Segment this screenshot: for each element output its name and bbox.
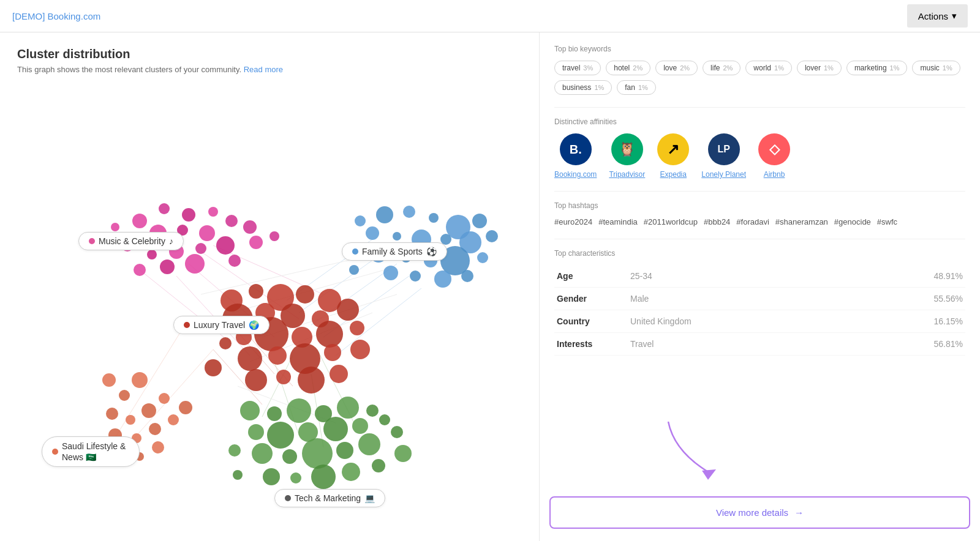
affinity-label-expedia[interactable]: Expedia <box>660 170 687 179</box>
svg-point-130 <box>394 445 412 462</box>
keyword-pct: 2% <box>633 64 643 72</box>
svg-point-110 <box>287 398 311 423</box>
svg-point-80 <box>316 321 343 348</box>
keyword-tag: lover1% <box>797 61 842 75</box>
svg-point-89 <box>276 370 291 384</box>
svg-point-87 <box>350 340 370 359</box>
svg-point-92 <box>205 359 222 376</box>
hashtags-title: Top hashtags <box>554 201 965 210</box>
keyword-label: love <box>663 64 677 72</box>
keyword-tag: hotel2% <box>606 61 650 75</box>
char-value: 25-34 <box>628 265 851 288</box>
svg-point-124 <box>358 433 380 455</box>
hashtag-item[interactable]: #teamindia <box>598 217 638 226</box>
svg-point-56 <box>486 230 498 242</box>
main-layout: Cluster distribution This graph shows th… <box>0 32 980 541</box>
hashtag-item[interactable]: #genocide <box>834 217 871 226</box>
keyword-tag: fan1% <box>617 80 656 95</box>
page-title: [DEMO] Booking.com <box>12 11 100 21</box>
svg-point-94 <box>119 390 130 401</box>
cluster-label-saudi: Saudi Lifestyle & News 🇸🇦 <box>42 436 140 467</box>
svg-point-128 <box>342 463 360 481</box>
svg-point-97 <box>126 415 135 425</box>
svg-point-117 <box>323 417 348 441</box>
svg-point-47 <box>403 206 415 218</box>
left-panel: Cluster distribution This graph shows th… <box>0 32 539 541</box>
char-label: Interests <box>554 333 628 356</box>
right-panel: Top bio keywords travel3%hotel2%love2%li… <box>539 32 980 541</box>
divider-3 <box>554 239 965 239</box>
hashtag-item[interactable]: #swfc <box>877 217 897 226</box>
luxury-icon: 🌍 <box>249 320 259 330</box>
hashtag-item[interactable]: #shaneramzan <box>775 217 828 226</box>
svg-point-51 <box>366 226 379 240</box>
svg-point-31 <box>199 225 215 241</box>
cluster-label-music: Music & Celebrity ♪ <box>78 232 184 250</box>
affinity-label-airbnb[interactable]: Airbnb <box>764 170 785 179</box>
svg-point-83 <box>268 346 287 365</box>
read-more-link[interactable]: Read more <box>244 65 283 74</box>
svg-point-81 <box>350 321 364 335</box>
svg-point-36 <box>195 243 206 254</box>
saudi-dot <box>52 449 58 455</box>
music-dot <box>89 238 95 244</box>
family-dot <box>352 248 358 255</box>
saudi-label-text: Saudi Lifestyle & News 🇸🇦 <box>62 441 129 463</box>
keyword-label: music <box>920 64 939 72</box>
svg-point-40 <box>134 264 146 276</box>
svg-point-38 <box>249 236 263 249</box>
svg-point-39 <box>270 231 279 241</box>
svg-point-131 <box>391 426 403 438</box>
tech-label-text: Tech & Marketing <box>295 493 361 503</box>
characteristic-row: Interests Travel 56.81% <box>554 333 965 356</box>
svg-point-70 <box>296 285 314 304</box>
svg-point-107 <box>152 441 164 453</box>
hashtag-item[interactable]: #2011worldcup <box>644 217 698 226</box>
svg-point-95 <box>132 372 148 388</box>
keyword-pct: 1% <box>638 84 648 91</box>
arrow-annotation-svg <box>662 416 736 483</box>
svg-point-26 <box>182 208 195 222</box>
affinity-logo-airbnb: ◇ <box>758 133 790 165</box>
svg-point-86 <box>219 337 232 349</box>
svg-point-27 <box>208 207 218 217</box>
svg-point-98 <box>141 403 156 418</box>
keyword-label: hotel <box>614 64 630 72</box>
svg-point-108 <box>240 401 260 420</box>
keyword-label: world <box>753 64 771 72</box>
affinity-label-tripadvisor[interactable]: Tripadvisor <box>609 170 645 179</box>
keyword-label: business <box>562 83 591 92</box>
keyword-pct: 2% <box>723 64 733 72</box>
affinity-item-expedia[interactable]: ↗ Expedia <box>657 133 689 179</box>
svg-point-65 <box>434 270 451 288</box>
tech-dot <box>285 495 291 501</box>
keyword-label: marketing <box>854 64 887 72</box>
svg-point-62 <box>349 265 359 275</box>
hashtag-item[interactable]: #bbb24 <box>704 217 730 226</box>
keyword-label: fan <box>625 83 635 92</box>
hashtag-item[interactable]: #euro2024 <box>554 217 592 226</box>
arrow-right-icon: → <box>794 507 804 518</box>
affinity-item-tripadvisor[interactable]: 🦉 Tripadvisor <box>609 133 645 179</box>
affinity-label-lonely-planet[interactable]: Lonely Planet <box>701 170 746 179</box>
view-more-button[interactable]: View more details → <box>549 496 970 529</box>
svg-point-48 <box>429 213 439 223</box>
svg-point-43 <box>228 255 241 267</box>
hashtag-item[interactable]: #foradavi <box>736 217 769 226</box>
affinity-item-booking[interactable]: B. Booking.com <box>554 133 597 179</box>
svg-point-50 <box>472 214 487 228</box>
svg-point-112 <box>337 397 359 419</box>
svg-point-64 <box>410 270 421 282</box>
view-more-label: View more details <box>716 507 788 518</box>
svg-point-103 <box>168 414 179 425</box>
svg-point-82 <box>238 346 262 371</box>
svg-point-34 <box>147 250 157 259</box>
affinity-item-airbnb[interactable]: ◇ Airbnb <box>758 133 790 179</box>
affinity-label-booking[interactable]: Booking.com <box>554 170 597 179</box>
music-label-text: Music & Celebrity <box>99 236 165 246</box>
characteristic-row: Country United Kingdom 16.15% <box>554 310 965 333</box>
keyword-pct: 1% <box>824 64 834 72</box>
affinity-item-lonely-planet[interactable]: LP Lonely Planet <box>701 133 746 179</box>
actions-button[interactable]: Actions ▾ <box>907 4 968 28</box>
svg-point-52 <box>393 232 401 241</box>
